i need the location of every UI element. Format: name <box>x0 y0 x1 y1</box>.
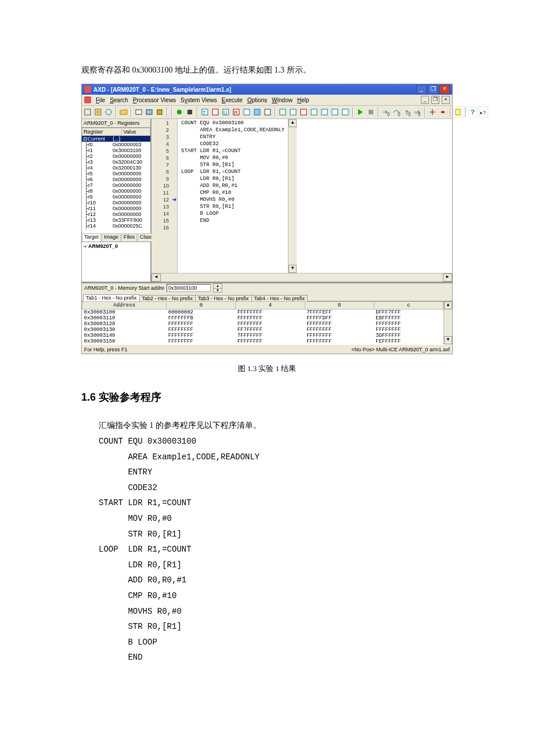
scroll-up-icon[interactable]: ▲ <box>288 119 297 127</box>
register-row[interactable]: ├r90x00000000 <box>82 194 150 200</box>
toolbar-button[interactable] <box>299 106 308 118</box>
scroll-down-icon[interactable]: ▼ <box>444 336 452 344</box>
toolbar-button[interactable] <box>263 106 272 118</box>
memory-vscrollbar[interactable]: ▲ ▼ <box>443 301 452 344</box>
register-row[interactable]: ├r40x32000130 <box>82 165 150 171</box>
open-icon[interactable] <box>119 106 128 118</box>
memory-tab-3[interactable]: Tab3 - Hex - No prefix <box>195 295 252 301</box>
memory-row[interactable]: 0x30003120FFFFFFFFFFFFFFFFFFFFFFFFFFFFFF… <box>82 321 443 327</box>
menu-sysviews[interactable]: System Views <box>181 97 217 103</box>
toolbar-button[interactable] <box>211 106 220 118</box>
memory-header[interactable]: 4 <box>236 302 305 309</box>
toolbar-button[interactable] <box>185 106 194 118</box>
register-row[interactable]: ├r120x00000000 <box>82 211 150 217</box>
toolbar-button[interactable] <box>252 106 262 118</box>
code-editor[interactable]: 1234567891011➔1213141516 COUNT EQU 0x300… <box>151 119 452 273</box>
register-row-current[interactable]: ⊟Current{...} <box>82 136 150 142</box>
code-area[interactable]: COUNT EQU 0x30003100 AREA Example1,CODE,… <box>178 119 288 273</box>
toolbar-button[interactable] <box>134 106 143 118</box>
memory-row[interactable]: 0x3000310000000002FFFFFFFF7FFFFEFFDFFF7F… <box>82 309 443 316</box>
memory-tab-1[interactable]: Tab1 - Hex - No prefix <box>83 294 140 301</box>
register-row[interactable]: ├r60x00000000 <box>82 177 150 182</box>
register-row[interactable]: ├r100x00000000 <box>82 200 150 206</box>
toolbar-button[interactable] <box>320 106 329 118</box>
register-row[interactable]: ├r00x00000003 <box>82 142 150 147</box>
tree-node[interactable]: ARM920T_0 <box>88 243 118 249</box>
toolbar-button[interactable]: T <box>200 106 210 118</box>
memory-header[interactable]: 8 <box>305 302 374 309</box>
memory-row[interactable]: 0x30003110FFFFFFFBFFFFFFFFFFFFFDFFEBFFFF… <box>82 315 443 321</box>
toolbar-button[interactable] <box>288 106 298 118</box>
memory-row[interactable]: 0x30003130FFFFFFFFFF7FFFFFFFFFFFFFFFFFFF… <box>82 327 443 333</box>
memory-header[interactable]: c <box>374 302 443 309</box>
line-number: 10 <box>154 182 169 189</box>
tab-files[interactable]: Files <box>121 233 137 242</box>
toolbar-button[interactable] <box>83 106 92 118</box>
memory-tab-2[interactable]: Tab2 - Hex - No prefix <box>139 295 196 301</box>
step-out-icon[interactable]: {} <box>402 106 412 118</box>
scroll-right-icon[interactable]: ► <box>443 273 452 282</box>
menu-search[interactable]: Search <box>110 97 128 103</box>
register-row[interactable]: ├r70x00000000 <box>82 182 150 188</box>
register-row[interactable]: ├r80x00000000 <box>82 188 150 194</box>
toolbar-button[interactable] <box>453 106 463 118</box>
memory-row[interactable]: 0x30003150FFFFFFFFFFFFFFFFFFFFFFFFFEFFFF… <box>82 339 443 344</box>
scroll-up-icon[interactable]: ▲ <box>444 301 452 309</box>
child-restore-button[interactable]: ❐ <box>431 96 439 104</box>
memory-header[interactable]: Address <box>82 302 167 309</box>
context-help-icon[interactable]: ▸? <box>479 106 488 118</box>
toolbar-button[interactable] <box>309 106 319 118</box>
menu-file[interactable]: File <box>96 97 105 103</box>
toolbar-button[interactable] <box>428 106 437 118</box>
run-to-cursor-icon[interactable]: →{} <box>413 106 422 118</box>
toolbar-button[interactable] <box>278 106 287 118</box>
maximize-button[interactable]: ❐ <box>428 85 438 94</box>
memory-address-spinner[interactable]: ▲▼ <box>213 283 222 293</box>
toolbar-button[interactable] <box>438 106 448 118</box>
toolbar-button[interactable]: R <box>232 106 241 118</box>
minimize-button[interactable]: _ <box>416 85 427 94</box>
menu-procviews[interactable]: Processor Views <box>133 97 176 103</box>
toolbar-button[interactable] <box>145 106 154 118</box>
tab-target[interactable]: Target <box>82 233 101 242</box>
toolbar-button[interactable] <box>242 106 251 118</box>
step-over-icon[interactable]: {} <box>392 106 401 118</box>
reg-header-register[interactable]: Register <box>82 128 122 136</box>
register-row[interactable]: ├r140x0000025C <box>82 223 150 229</box>
menu-help[interactable]: Help <box>297 97 309 103</box>
close-button[interactable]: × <box>439 85 450 94</box>
step-icon[interactable]: {} <box>381 106 391 118</box>
register-row[interactable]: ├r20x00000000 <box>82 153 150 159</box>
scroll-left-icon[interactable]: ◄ <box>151 273 161 282</box>
target-tree[interactable]: ARM920T_0 <box>82 242 150 282</box>
menu-execute[interactable]: Execute <box>222 97 243 103</box>
reg-header-value[interactable]: Value <box>122 128 150 136</box>
tab-image[interactable]: Image <box>102 233 121 242</box>
memory-row[interactable]: 0x30003140FFFFFFFF7FFFFFFFFFFFFFFF3DFFFF… <box>82 333 443 339</box>
child-close-button[interactable]: × <box>442 96 450 104</box>
register-row[interactable]: ├r50x00000000 <box>82 171 150 177</box>
toolbar-button[interactable] <box>155 106 164 118</box>
scroll-down-icon[interactable]: ▼ <box>288 265 297 273</box>
editor-vscrollbar[interactable]: ▲ ▼ <box>288 119 297 273</box>
stop-icon[interactable] <box>366 106 376 118</box>
toolbar-button[interactable] <box>330 106 340 118</box>
toolbar-button[interactable] <box>93 106 103 118</box>
help-icon[interactable]: ? <box>468 106 478 118</box>
memory-address-input[interactable] <box>167 284 211 292</box>
register-row[interactable]: ├r110x00000000 <box>82 206 150 211</box>
register-row[interactable]: ├r130x33FFF800 <box>82 217 150 223</box>
memory-header[interactable]: 0 <box>167 302 236 309</box>
toolbar-button[interactable] <box>175 106 184 118</box>
editor-hscrollbar[interactable]: ◄ ► <box>151 273 452 282</box>
memory-tab-4[interactable]: Tab4 - Hex - No prefix <box>251 295 308 301</box>
run-icon[interactable] <box>356 106 365 118</box>
register-row[interactable]: ├r30x32004C30 <box>82 159 150 165</box>
toolbar-button[interactable] <box>341 106 350 118</box>
child-minimize-button[interactable]: _ <box>421 96 429 104</box>
menu-options[interactable]: Options <box>247 97 267 103</box>
register-row[interactable]: ├r10x30003100 <box>82 147 150 153</box>
toolbar-button[interactable]: U <box>221 106 230 118</box>
toolbar-button[interactable] <box>104 106 113 118</box>
menu-window[interactable]: Window <box>272 97 293 103</box>
